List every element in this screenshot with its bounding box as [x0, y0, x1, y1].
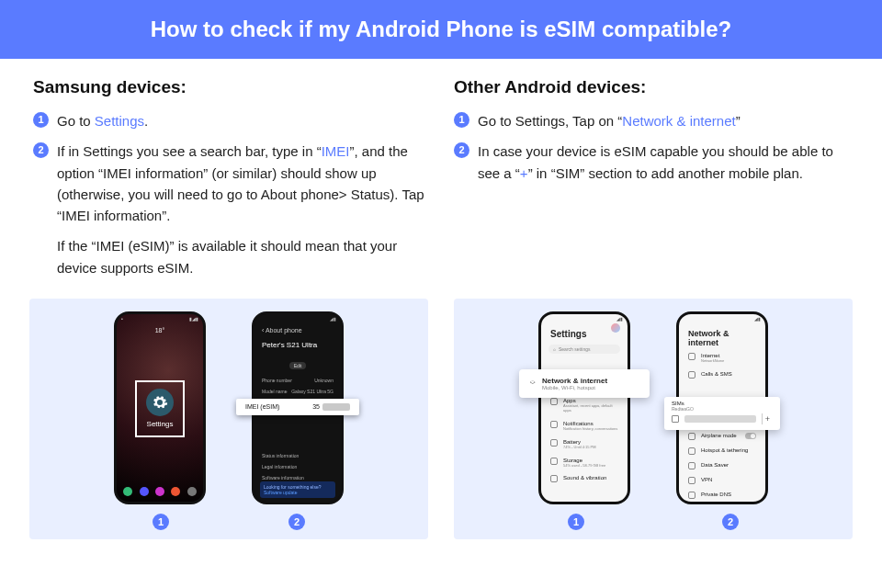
list-item: VPN — [679, 473, 765, 488]
sub: NetworkName — [701, 359, 724, 364]
label: Model name — [262, 389, 288, 394]
other-phone-1: ◢▮ Settings ⌕Search settings AppsAssista… — [538, 311, 630, 504]
label: Airplane mode — [701, 433, 740, 439]
samsung-phone-1: •▮◢▮ 18° Settings — [114, 311, 206, 504]
label: Hotspot & tethering — [701, 447, 748, 454]
weather-widget: 18° — [117, 327, 203, 334]
network-internet-callout: ⌔ Network & internet Mobile, Wi-Fi, hots… — [519, 369, 650, 398]
page-header: How to check if my Android Phone is eSIM… — [0, 0, 882, 59]
value: Unknown — [314, 378, 334, 383]
sub: 54% used - 58.79 GB free — [563, 464, 605, 469]
samsung-screenshots: •▮◢▮ 18° Settings ◢▮ — [29, 299, 428, 539]
sim-icon — [672, 415, 679, 423]
plus-icon: + — [762, 413, 773, 424]
other-phone-2: ◢▮ Network & internet InternetNetworkNam… — [676, 311, 768, 504]
list-item: Private DNS — [679, 488, 765, 502]
list-item: Hotspot & tethering — [679, 444, 765, 458]
screenshot-row: •▮◢▮ 18° Settings ◢▮ — [0, 288, 882, 539]
sims-callout: SIMs RedteaGO + — [664, 397, 780, 430]
wifi-icon: ⌔ — [530, 379, 535, 388]
other-heading: Other Android devices: — [454, 77, 849, 97]
list-item: Airplane mode — [679, 429, 765, 444]
placeholder: Search settings — [559, 346, 590, 352]
network-title: Network & internet — [679, 322, 765, 349]
badge-2: 2 — [722, 514, 739, 530]
list-item: Storage54% used - 58.79 GB free — [541, 454, 628, 472]
footer-card: Looking for something else? Software upd… — [260, 481, 335, 498]
text: ” in “SIM” section to add another mobile… — [528, 165, 803, 181]
list-item: NotificationsNotification history, conve… — [541, 417, 628, 435]
text: Go to — [57, 113, 95, 129]
list-item: Battery74% - Until 4:15 PM — [541, 435, 628, 454]
plus-link[interactable]: + — [520, 165, 528, 181]
badge-1: 1 — [568, 514, 584, 530]
avatar — [611, 323, 620, 333]
other-step-1: Go to Settings, Tap on “Network & intern… — [454, 110, 849, 131]
other-step-2: In case your device is eSIM capable you … — [454, 141, 849, 184]
other-steps: Go to Settings, Tap on “Network & intern… — [454, 110, 849, 184]
network-internet-link[interactable]: Network & internet — [622, 113, 735, 129]
masked-value — [322, 403, 350, 411]
text: Looking for something else? — [264, 484, 332, 490]
other-screenshots: ◢▮ Settings ⌕Search settings AppsAssista… — [454, 299, 853, 539]
toggle — [745, 433, 756, 439]
text: 35 — [312, 403, 320, 410]
label: VPN — [701, 477, 712, 483]
settings-link[interactable]: Settings — [95, 113, 144, 129]
text: If in Settings you see a search bar, typ… — [57, 143, 322, 159]
list-item: Status information — [262, 453, 299, 458]
sub: 74% - Until 4:15 PM — [563, 446, 596, 450]
device-name: Peter's S21 Ultra — [254, 339, 341, 353]
settings-label: Settings — [147, 420, 174, 428]
text: ” — [736, 113, 741, 129]
samsung-step-1: Go to Settings. — [33, 110, 428, 131]
samsung-heading: Samsung devices: — [33, 77, 428, 97]
page-title: How to check if my Android Phone is eSIM… — [151, 17, 732, 41]
samsung-phone-2: ◢▮ ‹ About phone Peter's S21 Ultra Edit … — [252, 311, 344, 504]
instruction-columns: Samsung devices: Go to Settings. If in S… — [0, 59, 882, 288]
callout-label: IMEI (eSIM) — [245, 403, 279, 410]
list-item: Calls & SMS — [679, 368, 765, 382]
other-column: Other Android devices: Go to Settings, T… — [454, 77, 849, 288]
search-icon: ⌕ — [553, 346, 556, 352]
list-item: Sound & vibration — [541, 471, 628, 486]
about-phone-header: ‹ About phone — [254, 322, 341, 339]
callout-sub: Mobile, Wi-Fi, hotspot — [542, 385, 607, 390]
gear-icon — [146, 389, 174, 416]
label: Data Saver — [701, 462, 729, 469]
badge-1: 1 — [153, 514, 169, 530]
callout-title: Network & internet — [542, 377, 607, 385]
imei-link[interactable]: IMEI — [322, 143, 350, 159]
search-bar: ⌕Search settings — [548, 345, 620, 354]
badge-2: 2 — [288, 514, 305, 530]
label: Sound & vibration — [563, 475, 606, 481]
callout-sub: RedteaGO — [672, 406, 773, 412]
list-item: Software information — [262, 475, 304, 481]
list-item: Legal information — [262, 464, 297, 469]
samsung-steps: Go to Settings. If in Settings you see a… — [33, 110, 428, 278]
samsung-column: Samsung devices: Go to Settings. If in S… — [33, 77, 428, 288]
settings-app-highlight: Settings — [135, 380, 185, 437]
text: . — [144, 113, 148, 129]
text: Go to Settings, Tap on “ — [478, 113, 622, 129]
list-item: Data Saver — [679, 458, 765, 473]
value: Galaxy S21 Ultra 5G — [291, 389, 334, 394]
samsung-step-2: If in Settings you see a search bar, typ… — [33, 141, 428, 278]
samsung-step-2-extra: If the “IMEI (eSIM)” is available it sho… — [57, 235, 428, 278]
sub: Notification history, conversations — [563, 427, 617, 432]
masked-value — [684, 415, 756, 423]
label: Phone number — [262, 378, 292, 383]
imei-esim-callout: IMEI (eSIM) 35 — [236, 399, 359, 415]
sub: Assistant, recent apps, default apps — [563, 404, 618, 413]
dock — [117, 487, 203, 496]
label: Calls & SMS — [701, 371, 732, 378]
text: Software update — [264, 490, 332, 495]
label: Private DNS — [701, 492, 731, 498]
list-item: InternetNetworkName — [679, 349, 765, 368]
